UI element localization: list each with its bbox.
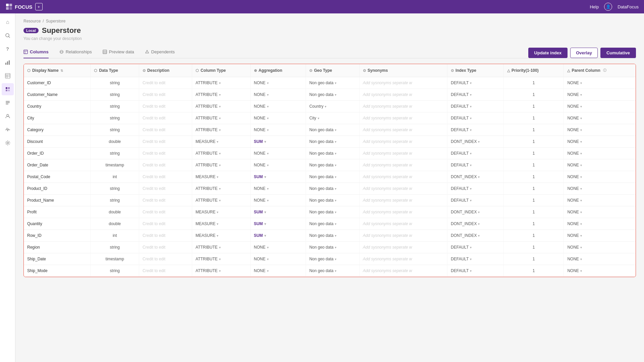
tab-preview-data-label: Preview data — [109, 49, 134, 54]
cell-index-type[interactable]: DONT_INDEX▾ — [447, 230, 504, 242]
cell-synonyms[interactable]: Add sysnonyms seperate w — [359, 265, 447, 277]
cell-aggregation[interactable]: NONE▾ — [250, 253, 306, 265]
cell-description: Credit to edit — [139, 159, 192, 171]
cell-aggregation[interactable]: NONE▾ — [250, 89, 306, 101]
cell-synonyms[interactable]: Add sysnonyms seperate w — [359, 171, 447, 183]
cell-geo-type[interactable]: Non geo data▾ — [306, 89, 360, 101]
cell-description: Credit to edit — [139, 253, 192, 265]
cell-synonyms[interactable]: Add sysnonyms seperate w — [359, 242, 447, 253]
add-tab-button[interactable]: + — [35, 3, 43, 10]
tab-columns[interactable]: Columns — [23, 47, 49, 58]
cell-synonyms[interactable]: Add sysnonyms seperate w — [359, 206, 447, 218]
cell-geo-type[interactable]: Non geo data▾ — [306, 124, 360, 136]
cell-geo-type[interactable]: Non geo data▾ — [306, 159, 360, 171]
cell-geo-type[interactable]: Non geo data▾ — [306, 171, 360, 183]
svg-rect-19 — [6, 104, 8, 104]
cell-index-type[interactable]: DEFAULT▾ — [447, 112, 504, 124]
cell-aggregation[interactable]: NONE▾ — [250, 265, 306, 277]
main-content: Resource / Superstore Local Superstore Y… — [15, 13, 644, 362]
cell-parent-column: NONE▾ — [564, 136, 636, 148]
cell-index-type[interactable]: DEFAULT▾ — [447, 159, 504, 171]
breadcrumb-resource[interactable]: Resource — [23, 19, 41, 23]
cell-aggregation[interactable]: NONE▾ — [250, 159, 306, 171]
cell-synonyms[interactable]: Add sysnonyms seperate w — [359, 230, 447, 242]
cell-aggregation[interactable]: SUM▾ — [250, 230, 306, 242]
cell-geo-type[interactable]: Non geo data▾ — [306, 206, 360, 218]
cell-aggregation[interactable]: SUM▾ — [250, 136, 306, 148]
cell-synonyms[interactable]: Add sysnonyms seperate w — [359, 136, 447, 148]
sidebar-icon-pulse[interactable] — [2, 123, 14, 136]
cell-index-type[interactable]: DONT_INDEX▾ — [447, 136, 504, 148]
cell-index-type[interactable]: DEFAULT▾ — [447, 265, 504, 277]
cell-aggregation[interactable]: NONE▾ — [250, 101, 306, 112]
cell-geo-type[interactable]: Country▾ — [306, 101, 360, 112]
sidebar-icon-help[interactable]: ? — [2, 43, 14, 55]
sidebar-icon-table[interactable] — [2, 70, 14, 82]
cell-synonyms[interactable]: Add sysnonyms seperate w — [359, 253, 447, 265]
cell-index-type[interactable]: DEFAULT▾ — [447, 183, 504, 195]
cell-index-type[interactable]: DONT_INDEX▾ — [447, 218, 504, 230]
cell-aggregation[interactable]: NONE▾ — [250, 195, 306, 206]
cell-data-type: timestamp — [91, 159, 139, 171]
cell-synonyms[interactable]: Add sysnonyms seperate w — [359, 77, 447, 89]
cell-geo-type[interactable]: Non geo data▾ — [306, 148, 360, 159]
cell-synonyms[interactable]: Add sysnonyms seperate w — [359, 124, 447, 136]
cell-synonyms[interactable]: Add sysnonyms seperate w — [359, 148, 447, 159]
help-link[interactable]: Help — [590, 4, 599, 9]
cell-index-type[interactable]: DONT_INDEX▾ — [447, 171, 504, 183]
cell-index-type[interactable]: DEFAULT▾ — [447, 242, 504, 253]
sidebar-icon-home[interactable]: ⌂ — [2, 16, 14, 28]
cell-aggregation[interactable]: SUM▾ — [250, 218, 306, 230]
cell-index-type[interactable]: DEFAULT▾ — [447, 195, 504, 206]
update-index-button[interactable]: Update index — [528, 48, 568, 58]
cell-aggregation[interactable]: NONE▾ — [250, 183, 306, 195]
cell-index-type[interactable]: DEFAULT▾ — [447, 101, 504, 112]
cumulative-button[interactable]: Cumulative — [600, 48, 636, 58]
cell-synonyms[interactable]: Add sysnonyms seperate w — [359, 218, 447, 230]
cell-geo-type[interactable]: Non geo data▾ — [306, 136, 360, 148]
cell-geo-type[interactable]: Non geo data▾ — [306, 265, 360, 277]
tab-preview-data[interactable]: Preview data — [103, 47, 134, 58]
cell-aggregation[interactable]: NONE▾ — [250, 77, 306, 89]
cell-synonyms[interactable]: Add sysnonyms seperate w — [359, 183, 447, 195]
cell-aggregation[interactable]: NONE▾ — [250, 124, 306, 136]
sidebar-icon-chart[interactable] — [2, 56, 14, 68]
cell-index-type[interactable]: DEFAULT▾ — [447, 148, 504, 159]
cell-geo-type[interactable]: Non geo data▾ — [306, 183, 360, 195]
cell-data-type: string — [91, 112, 139, 124]
cell-geo-type[interactable]: Non geo data▾ — [306, 218, 360, 230]
cell-geo-type[interactable]: Non geo data▾ — [306, 77, 360, 89]
cell-aggregation[interactable]: NONE▾ — [250, 242, 306, 253]
tab-relationships[interactable]: Relationships — [59, 47, 92, 58]
cell-aggregation[interactable]: NONE▾ — [250, 148, 306, 159]
cell-aggregation[interactable]: SUM▾ — [250, 206, 306, 218]
cell-synonyms[interactable]: Add sysnonyms seperate w — [359, 159, 447, 171]
cell-index-type[interactable]: DONT_INDEX▾ — [447, 206, 504, 218]
cell-synonyms[interactable]: Add sysnonyms seperate w — [359, 112, 447, 124]
cell-synonyms[interactable]: Add sysnonyms seperate w — [359, 101, 447, 112]
cell-geo-type[interactable]: Non geo data▾ — [306, 230, 360, 242]
cell-geo-type[interactable]: Non geo data▾ — [306, 195, 360, 206]
cell-geo-type[interactable]: Non geo data▾ — [306, 242, 360, 253]
svg-line-5 — [8, 37, 10, 38]
col-header-aggregation: ⊕Aggregation — [250, 64, 306, 77]
cell-description: Credit to edit — [139, 183, 192, 195]
cell-aggregation[interactable]: NONE▾ — [250, 112, 306, 124]
sidebar-icon-list[interactable] — [2, 97, 14, 109]
cell-index-type[interactable]: DEFAULT▾ — [447, 124, 504, 136]
cell-index-type[interactable]: DEFAULT▾ — [447, 253, 504, 265]
sidebar-icon-search[interactable] — [2, 30, 14, 42]
sidebar-icon-datasource[interactable] — [2, 83, 14, 95]
cell-priority: 1 — [504, 171, 564, 183]
tab-dependents[interactable]: Dependents — [145, 47, 175, 58]
cell-index-type[interactable]: DEFAULT▾ — [447, 77, 504, 89]
sidebar-icon-settings[interactable] — [2, 137, 14, 149]
cell-synonyms[interactable]: Add sysnonyms seperate w — [359, 89, 447, 101]
cell-synonyms[interactable]: Add sysnonyms seperate w — [359, 195, 447, 206]
cell-aggregation[interactable]: SUM▾ — [250, 171, 306, 183]
overlay-button[interactable]: Overlay — [570, 48, 598, 58]
cell-geo-type[interactable]: City▾ — [306, 112, 360, 124]
sidebar-icon-user[interactable] — [2, 110, 14, 122]
cell-index-type[interactable]: DEFAULT▾ — [447, 89, 504, 101]
cell-geo-type[interactable]: Non geo data▾ — [306, 253, 360, 265]
